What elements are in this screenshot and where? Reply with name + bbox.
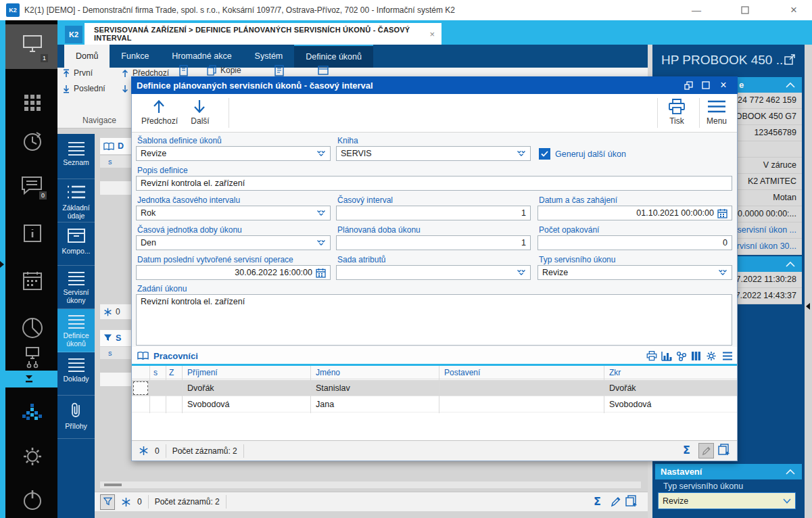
column-header-z[interactable]: Z (169, 368, 174, 377)
sidebar-item-servisni-ukony[interactable]: Servisní úkony (57, 266, 95, 309)
last-operation-date-field[interactable]: 30.06.2022 16:00:00 (136, 265, 331, 280)
k2-brand-icon[interactable] (20, 400, 45, 423)
cell-zkr: Svobodová (609, 400, 652, 409)
bg-freeze-count: 0 (137, 497, 142, 507)
settings-type-dropdown[interactable]: Revize (658, 492, 796, 509)
grid-print-icon[interactable] (646, 351, 657, 363)
settings-section-header[interactable]: Nastavení (655, 464, 802, 479)
info-icon[interactable] (20, 222, 45, 245)
table-row-selected[interactable] (132, 380, 737, 396)
task-text-area[interactable]: Revizní kontrola el. zařízení (136, 294, 732, 346)
dialog-maximize-button[interactable] (697, 78, 715, 93)
grid-chart-icon[interactable] (661, 351, 672, 363)
repeat-count-field[interactable]: 0 (538, 235, 732, 250)
maximize-button[interactable] (730, 0, 761, 20)
history-clock-icon[interactable] (20, 130, 45, 153)
network-icon[interactable] (20, 346, 45, 369)
open-external-icon[interactable] (784, 54, 795, 67)
bg-row[interactable] (100, 168, 131, 181)
ribbon-tab-funkce[interactable]: Funkce (110, 45, 160, 68)
calendar-rail-icon[interactable] (20, 269, 45, 292)
left-accent-strip (0, 20, 5, 518)
scrollbar-thumb[interactable] (104, 484, 122, 486)
service-type-dropdown[interactable]: Revize (538, 265, 732, 280)
notes-add-icon[interactable] (625, 495, 638, 509)
interval-unit-dropdown[interactable]: Rok (136, 206, 331, 220)
sum-icon[interactable]: Σ (594, 495, 601, 508)
dropdown-icon (316, 239, 326, 246)
dock-button[interactable] (679, 78, 697, 93)
sidebar-item-definice-ukonu[interactable]: Definice úkonů (57, 309, 95, 352)
planned-duration-field[interactable]: 1 (336, 235, 531, 250)
arrow-up-icon (121, 69, 129, 78)
sidebar-item-komponenty[interactable]: Kompo... (57, 222, 95, 266)
time-interval-field[interactable]: 1 (336, 206, 531, 220)
print-button[interactable] (668, 99, 686, 117)
filter-icon (103, 333, 112, 343)
description-field[interactable]: Revizní kontrola el. zařízení (136, 176, 732, 191)
settings-gear-icon[interactable] (20, 445, 45, 468)
duration-unit-dropdown[interactable]: Den (136, 235, 331, 250)
last-button[interactable]: Poslední (62, 84, 105, 93)
grid-menu-icon[interactable] (722, 352, 733, 362)
pie-chart-icon[interactable] (20, 316, 45, 339)
first-button[interactable]: První (62, 68, 93, 78)
bg-row[interactable] (100, 181, 131, 195)
sidebar-item-prilohy[interactable]: Přílohy (57, 396, 95, 439)
sidebar-item-zakladni-udaje[interactable]: Základní údaje (57, 179, 95, 222)
column-header-postaveni[interactable]: Postavení (444, 368, 480, 377)
horizontal-scrollbar[interactable] (100, 481, 641, 488)
bg-row[interactable] (100, 373, 131, 386)
dialog-close-button[interactable]: × (715, 78, 732, 93)
grid-columns-icon[interactable] (691, 351, 701, 363)
notes-add-icon[interactable] (718, 444, 731, 458)
copy-button[interactable]: Kopie (207, 65, 241, 76)
apps-grid-icon[interactable] (20, 91, 45, 114)
grid-settings-icon[interactable] (706, 351, 717, 363)
ribbon-tab-system[interactable]: Systém (243, 45, 295, 68)
ribbon-tab-hromadne-akce[interactable]: Hromadné akce (160, 45, 243, 68)
sidebar-item-seznam[interactable]: Seznam (57, 136, 95, 179)
cell-prijmeni: Dvořák (187, 383, 214, 393)
sidebar-item-doklady[interactable]: Doklady (57, 352, 95, 396)
sum-icon[interactable]: Σ (683, 444, 690, 456)
close-button[interactable]: × (778, 0, 809, 20)
dock-icon (684, 81, 693, 90)
checkbox-checked-icon[interactable] (539, 148, 550, 160)
panel-collapse-handle[interactable] (806, 303, 810, 310)
tab-close-icon[interactable]: × (429, 29, 435, 39)
book-dropdown[interactable]: SERVIS (336, 146, 531, 161)
rail-collapse-band[interactable] (0, 371, 57, 387)
active-document-tab[interactable]: SERVISOVANÁ ZAŘÍZENÍ > DEFINICE PLÁNOVAN… (85, 23, 441, 45)
next-record-button[interactable] (192, 99, 207, 116)
copy-icon (207, 65, 217, 76)
ribbon-tab-domu[interactable]: Domů (64, 45, 110, 68)
dialog-title: Definice plánovaných servisních úkonů - … (137, 80, 679, 91)
ribbon-tab-definice-ukonu[interactable]: Definice úkonů (294, 45, 373, 68)
attribute-set-dropdown[interactable] (336, 265, 531, 280)
ribbon-group-label: Navigace (82, 116, 116, 125)
column-header-zkr[interactable]: Zkr (609, 368, 621, 377)
column-header-s[interactable]: s (153, 368, 158, 377)
previous-record-button[interactable] (151, 99, 166, 116)
minimize-button[interactable]: — (681, 0, 712, 20)
left-expand-handle[interactable] (0, 261, 4, 268)
grid-analysis-icon[interactable] (676, 351, 687, 363)
edit-toggle-button[interactable] (698, 443, 714, 458)
column-header-jmeno[interactable]: Jméno (316, 368, 340, 377)
dialog-titlebar[interactable]: Definice plánovaných servisních úkonů - … (131, 76, 738, 94)
k2-menu-button[interactable]: K2 (65, 26, 82, 43)
maximize-icon (741, 6, 749, 14)
edit-icon[interactable] (611, 496, 621, 509)
filter-toggle-button[interactable] (100, 494, 115, 510)
column-header-prijmeni[interactable]: Příjmení (187, 368, 218, 377)
maximize-icon (702, 81, 710, 89)
start-date-field[interactable]: 01.10.2021 00:00:00 (538, 206, 732, 220)
workers-title: Pracovníci (153, 351, 198, 361)
desktop-icon[interactable] (20, 32, 45, 55)
generate-next-checkbox[interactable]: Generuj další úkon (539, 148, 626, 160)
template-dropdown[interactable]: Revize (136, 146, 331, 161)
dialog-menu-button[interactable] (707, 100, 726, 115)
power-icon[interactable] (20, 488, 45, 511)
bg-row[interactable] (100, 359, 131, 373)
